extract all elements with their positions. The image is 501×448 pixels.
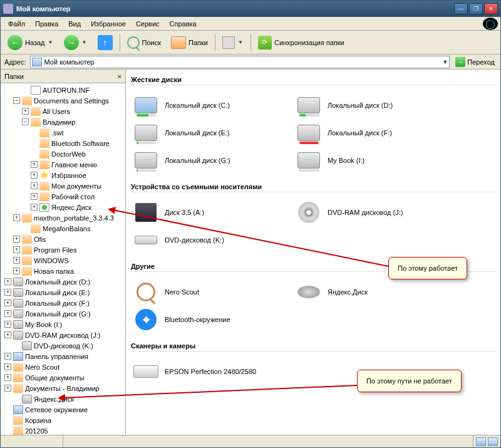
- item-bluetooth[interactable]: ⌖Bluetooth-окружение: [131, 306, 269, 333]
- expand-icon[interactable]: +: [31, 182, 38, 189]
- tree-item[interactable]: .swt: [1, 127, 125, 138]
- tree-item[interactable]: DoctorWeb: [1, 148, 125, 159]
- tree-item-yandex-1[interactable]: +Яндекс.Диск: [1, 202, 125, 212]
- expand-icon[interactable]: +: [4, 300, 11, 306]
- expand-icon[interactable]: +: [31, 172, 38, 179]
- tree-item[interactable]: −Documents and Settings: [1, 95, 125, 106]
- folder-icon: [31, 107, 41, 116]
- tree-item[interactable]: DVD-дисковод (K:): [1, 340, 125, 351]
- drive-c[interactable]: Локальный диск (C:): [131, 91, 269, 119]
- tree-item[interactable]: +Документы - Владимир: [1, 383, 125, 393]
- expand-icon[interactable]: +: [31, 161, 38, 168]
- close-button[interactable]: ✕: [484, 3, 498, 14]
- folder-icon: [39, 128, 49, 137]
- tree-item[interactable]: MegafonBalans: [1, 223, 125, 234]
- item-yandex[interactable]: Яндекс.Диск: [294, 278, 431, 306]
- tree-item[interactable]: +Мои документы: [1, 180, 125, 191]
- item-scanner[interactable]: EPSON Perfection 2480/2580: [131, 358, 269, 385]
- drive-icon: [13, 320, 23, 329]
- drive-dvdram[interactable]: DVD-RAM дисковод (J:): [294, 199, 431, 226]
- drive-i[interactable]: My Book (I:): [294, 147, 431, 174]
- expand-icon[interactable]: +: [4, 374, 11, 381]
- views-dropdown-icon[interactable]: ▼: [237, 35, 244, 50]
- expand-icon[interactable]: +: [13, 246, 20, 253]
- tree-item[interactable]: +Локальный диск (G:): [1, 308, 125, 319]
- tree-item[interactable]: +DVD-RAM дисковод (J:): [1, 330, 125, 340]
- back-dropdown-icon[interactable]: ▼: [48, 35, 54, 50]
- expand-icon[interactable]: +: [22, 108, 29, 115]
- expand-icon[interactable]: +: [4, 353, 11, 360]
- tree-item[interactable]: +Локальный диск (E:): [1, 287, 125, 298]
- menu-edit[interactable]: Правка: [30, 19, 63, 29]
- tree-item[interactable]: +WINDOWS: [1, 255, 125, 266]
- tree-item[interactable]: Корзина: [1, 415, 125, 425]
- sync-button[interactable]: ⟳ Синхронизация папки: [254, 33, 349, 53]
- expand-icon[interactable]: +: [13, 257, 20, 264]
- go-icon: →: [455, 57, 465, 67]
- tree-item[interactable]: +Главное меню: [1, 159, 125, 170]
- forward-dropdown-icon[interactable]: ▼: [81, 35, 88, 50]
- drive-e[interactable]: Локальный диск (E:): [131, 119, 269, 147]
- tree-item[interactable]: +Панель управления: [1, 351, 125, 362]
- forward-button[interactable]: → ▼: [59, 33, 92, 53]
- expand-icon[interactable]: +: [13, 236, 20, 242]
- drive-d[interactable]: Локальный диск (D:): [294, 91, 431, 119]
- titlebar[interactable]: Мой компьютер — ❐ ✕: [1, 1, 500, 17]
- folder-tree[interactable]: AUTORUN.INF −Documents and Settings +All…: [1, 83, 125, 435]
- drive-f[interactable]: Локальный диск (F:): [294, 119, 431, 147]
- sidebar-close-button[interactable]: ×: [118, 73, 121, 80]
- tree-item[interactable]: +Общие документы: [1, 372, 125, 383]
- expand-icon[interactable]: +: [4, 289, 11, 296]
- tree-item[interactable]: +Program Files: [1, 244, 125, 255]
- expand-icon[interactable]: +: [31, 204, 38, 211]
- minimize-button[interactable]: —: [454, 3, 468, 14]
- tree-item-yandex-2[interactable]: Яндекс.Диск: [1, 393, 125, 404]
- menu-favorites[interactable]: Избранное: [86, 19, 131, 29]
- address-input[interactable]: Мой компьютер ▼: [30, 56, 450, 68]
- item-nero[interactable]: Nero Scout: [131, 278, 269, 306]
- collapse-icon[interactable]: −: [13, 97, 20, 104]
- expand-icon[interactable]: +: [4, 385, 11, 392]
- expand-icon[interactable]: +: [4, 363, 11, 370]
- tree-item[interactable]: AUTORUN.INF: [1, 85, 125, 95]
- folders-button[interactable]: Папки: [167, 33, 212, 53]
- up-button[interactable]: ↑: [93, 33, 117, 53]
- menu-view[interactable]: Вид: [63, 19, 86, 29]
- tree-item[interactable]: +maxthon_portable_3.3.4.3: [1, 212, 125, 223]
- maximize-button[interactable]: ❐: [469, 3, 483, 14]
- tree-item[interactable]: +Рабочий стол: [1, 191, 125, 202]
- tree-item[interactable]: +Nero Scout: [1, 362, 125, 372]
- views-button[interactable]: ▼: [218, 33, 248, 53]
- tree-item[interactable]: +All Users: [1, 106, 125, 117]
- drive-dvdk[interactable]: DVD-дисковод (K:): [131, 226, 269, 254]
- drive-floppy[interactable]: Диск 3,5 (A:): [131, 199, 269, 226]
- address-dropdown-icon[interactable]: ▼: [442, 59, 448, 65]
- tree-item[interactable]: −Владимир: [1, 117, 125, 127]
- expand-icon[interactable]: +: [13, 214, 20, 221]
- collapse-icon[interactable]: −: [22, 118, 29, 125]
- tree-item[interactable]: Bluetooth Software: [1, 138, 125, 148]
- tree-item[interactable]: Сетевое окружение: [1, 404, 125, 415]
- expand-icon[interactable]: +: [4, 331, 11, 338]
- folder-icon: [22, 96, 32, 105]
- drive-icon: [13, 278, 23, 286]
- tree-item[interactable]: +Локальный диск (D:): [1, 276, 125, 287]
- back-button[interactable]: ← Назад ▼: [3, 33, 58, 53]
- expand-icon[interactable]: +: [4, 310, 11, 317]
- go-button[interactable]: → Переход: [452, 56, 498, 68]
- menu-service[interactable]: Сервис: [131, 19, 165, 29]
- drive-g[interactable]: Локальный диск (G:): [131, 147, 269, 174]
- tree-item[interactable]: +Новая папка: [1, 266, 125, 276]
- expand-icon[interactable]: +: [4, 321, 11, 328]
- search-button[interactable]: Поиск: [123, 33, 165, 53]
- menu-help[interactable]: Справка: [165, 19, 202, 29]
- tree-item[interactable]: +Локальный диск (F:): [1, 298, 125, 308]
- expand-icon[interactable]: +: [31, 193, 38, 200]
- expand-icon[interactable]: +: [13, 268, 20, 274]
- menu-file[interactable]: Файл: [3, 19, 30, 29]
- tree-item[interactable]: +Ofis: [1, 234, 125, 244]
- tree-item[interactable]: +My Book (I:): [1, 319, 125, 330]
- tree-item[interactable]: +Избранное: [1, 170, 125, 180]
- expand-icon[interactable]: +: [4, 278, 11, 285]
- tree-item[interactable]: 201205: [1, 425, 125, 435]
